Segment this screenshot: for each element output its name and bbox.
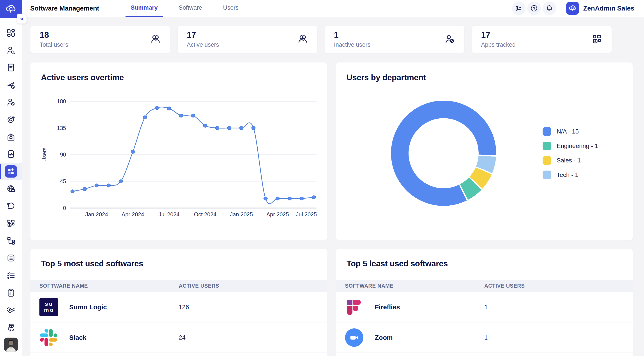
tab-summary[interactable]: Summary: [126, 0, 163, 17]
sidebar-item-user-time[interactable]: [0, 93, 22, 111]
svg-text:Apr 2024: Apr 2024: [122, 211, 144, 217]
sidebar-item-office-security[interactable]: [0, 128, 22, 145]
globe-lock-icon: [6, 184, 16, 194]
stat-label: Total users: [40, 42, 68, 48]
sidebar-item-user-search[interactable]: [0, 42, 22, 59]
device-pulse-icon: [6, 149, 16, 159]
stats-row: 18Total users17Active users1Inactive use…: [30, 26, 612, 53]
svg-text:90: 90: [60, 151, 66, 158]
sidebar-item-device-health[interactable]: [0, 145, 22, 163]
plane-clock-icon: [6, 80, 16, 90]
user-clock-icon: [6, 97, 16, 107]
stat-value: 17: [187, 31, 219, 40]
sidebar-item-apps[interactable]: [0, 163, 22, 180]
sidebar-user-avatar[interactable]: [0, 336, 22, 353]
workspace-logo: [566, 2, 579, 15]
sidebar-item-tasks[interactable]: [0, 266, 22, 284]
sidebar: »: [0, 0, 22, 356]
sidebar-item-org-chart[interactable]: [0, 232, 22, 249]
table-row-zoom[interactable]: Zoom1: [336, 322, 632, 353]
line-chart-title: Active users overtime: [41, 73, 316, 82]
package-sync-icon: [6, 322, 16, 332]
legend-item-engineering[interactable]: Engineering - 1: [542, 142, 598, 150]
sidebar-item-goals[interactable]: [0, 111, 22, 128]
apps-tracked-icon: [592, 34, 602, 45]
svg-text:Oct 2024: Oct 2024: [194, 211, 217, 217]
stat-text: 18Total users: [40, 31, 68, 48]
target-icon: [6, 115, 16, 124]
users-icon: [297, 34, 308, 45]
sidebar-item-partners[interactable]: [0, 301, 22, 318]
table-row-fireflies[interactable]: Fireflies1: [336, 292, 632, 322]
stat-card-total-users: 18Total users: [30, 26, 170, 53]
checklist-icon: [6, 270, 16, 280]
active-users-value: 1: [484, 304, 632, 311]
donut-chart-area: N/A - 15Engineering - 1Sales - 1Tech - 1: [346, 101, 622, 206]
users-by-department-card: Users by department N/A - 15Engineering …: [336, 63, 632, 240]
user-disabled-icon: [444, 34, 455, 45]
stat-label: Active users: [187, 42, 219, 48]
list-box-icon: [6, 253, 16, 263]
legend-label: Sales - 1: [556, 157, 581, 164]
stat-value: 1: [334, 31, 371, 40]
most-used-softwares-card: Top 5 most used softwaresSOFTWARE NAMEAC…: [30, 249, 327, 356]
software-name: Fireflies: [375, 303, 400, 311]
slack-logo: [40, 328, 58, 347]
stat-label: Inactive users: [334, 42, 371, 48]
page-title: Software Management: [30, 5, 99, 12]
table-row-sumo-logic[interactable]: sumoSumo Logic126: [30, 292, 327, 322]
column-header-active-users: ACTIVE USERS: [484, 283, 632, 289]
svg-text:Apr 2025: Apr 2025: [266, 211, 289, 217]
announcements-button[interactable]: [512, 2, 526, 15]
active-users-line-chart: 04590135180UsersJan 2024Apr 2024Jul 2024…: [41, 88, 316, 224]
column-header-software-name: SOFTWARE NAME: [30, 283, 179, 289]
legend-swatch: [542, 156, 551, 165]
notifications-button[interactable]: [542, 2, 556, 15]
home-lock-icon: [6, 132, 16, 142]
sidebar-item-logs[interactable]: [0, 249, 22, 266]
legend-label: Engineering - 1: [556, 143, 598, 150]
help-button[interactable]: [527, 2, 541, 15]
legend-item-n-a[interactable]: N/A - 15: [542, 127, 598, 136]
clipboard-chart-icon: [6, 288, 16, 297]
sidebar-item-documents[interactable]: [0, 59, 22, 76]
table-header-row: SOFTWARE NAMEACTIVE USERS: [30, 280, 327, 292]
sidebar-item-asset-return[interactable]: [0, 318, 22, 336]
svg-text:180: 180: [57, 98, 66, 104]
stat-card-apps-tracked: 17Apps tracked: [472, 26, 612, 53]
tab-software[interactable]: Software: [174, 0, 208, 17]
stat-value: 18: [40, 31, 68, 40]
main-tabs: SummarySoftwareUsers: [120, 0, 249, 17]
legend-item-tech[interactable]: Tech - 1: [542, 171, 598, 179]
legend-label: Tech - 1: [556, 171, 578, 178]
sidebar-item-travel[interactable]: [0, 76, 22, 93]
tab-users[interactable]: Users: [218, 0, 244, 17]
donut-chart-title: Users by department: [346, 73, 622, 82]
sidebar-item-app-requests[interactable]: [0, 215, 22, 232]
stat-card-inactive-users: 1Inactive users: [325, 26, 464, 53]
cloud-logo-icon: [5, 3, 17, 15]
legend-swatch: [542, 127, 551, 136]
svg-text:45: 45: [60, 178, 66, 184]
svg-text:Jul 2025: Jul 2025: [296, 211, 316, 217]
sidebar-item-dashboard[interactable]: [0, 24, 22, 42]
charts-row: Active users overtime 04590135180UsersJa…: [30, 63, 632, 240]
document-icon: [6, 63, 16, 72]
active-users-value: 24: [179, 334, 327, 341]
stat-text: 17Apps tracked: [481, 31, 516, 48]
top-bar-actions: ZenAdmin Sales: [512, 2, 634, 15]
workspace-switcher[interactable]: ZenAdmin Sales: [566, 2, 634, 15]
legend-swatch: [542, 142, 551, 150]
table-title: Top 5 least used softwares: [346, 259, 632, 268]
sidebar-expand-button[interactable]: »: [17, 14, 27, 24]
sidebar-item-web-access[interactable]: [0, 180, 22, 197]
legend-item-sales[interactable]: Sales - 1: [542, 156, 598, 165]
svg-text:Jan 2024: Jan 2024: [85, 211, 108, 217]
software-name: Slack: [69, 334, 86, 341]
user-avatar[interactable]: [4, 337, 18, 351]
table-row-slack[interactable]: Slack24: [30, 322, 327, 353]
cloud-logo-icon: [568, 4, 577, 13]
software-name: Sumo Logic: [69, 303, 107, 311]
sidebar-item-reports[interactable]: [0, 284, 22, 301]
sidebar-item-conversations[interactable]: [0, 197, 22, 215]
